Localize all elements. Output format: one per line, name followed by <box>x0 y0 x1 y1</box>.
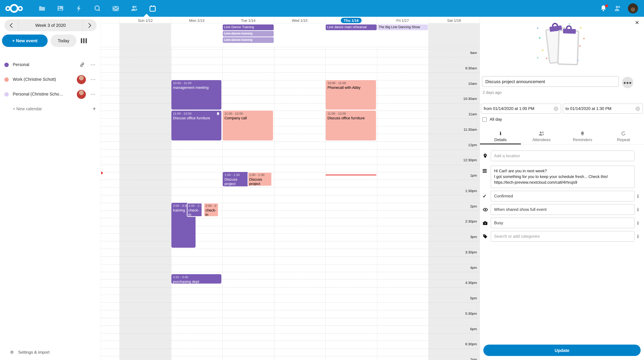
day-header: Thu 1/16 <box>325 17 377 23</box>
info-icon[interactable]: i <box>634 234 641 239</box>
calendar-menu-icon[interactable]: ⋯ <box>90 63 96 66</box>
event-title: Company call <box>224 116 271 120</box>
settings-import-button[interactable]: ⚙ Settings & import <box>0 345 100 360</box>
update-button[interactable]: Update <box>483 345 641 356</box>
user-avatar[interactable] <box>628 3 638 13</box>
calendar-item-work-christine[interactable]: Work (Christine Schott) ⋯ <box>0 72 100 87</box>
shared-by-avatar <box>77 75 86 84</box>
week-view-toggle-icon[interactable] <box>81 38 87 43</box>
current-time-line <box>326 174 376 175</box>
calendar-menu-icon[interactable]: ⋯ <box>90 92 96 96</box>
start-date-value: from 01/14/2020 at 1:00 PM <box>484 106 534 111</box>
event-actions-menu-button[interactable]: ●●● <box>622 77 633 88</box>
event-time: 2:00 - 2:30 <box>206 204 217 208</box>
event-block[interactable]: 10:00 - 11:00Phonecall with Abby <box>326 80 376 110</box>
calendar-color-dot <box>4 77 9 82</box>
today-button[interactable]: Today <box>51 34 76 47</box>
tab-attendees[interactable]: Attendees <box>521 129 562 144</box>
calendar-item-personal[interactable]: Personal ⋯ <box>0 57 100 72</box>
event-block[interactable]: 11:00 - 12:00Company call <box>223 111 273 140</box>
event-block[interactable]: 2:00 - 2:30check-in <box>204 203 219 217</box>
event-block[interactable]: 11:00 - 12:00Discuss office furniture <box>326 111 376 140</box>
info-icon[interactable]: i <box>634 221 641 226</box>
all-day-toggle-row: All day <box>482 117 644 122</box>
categories-row: i <box>483 231 641 242</box>
photos-icon[interactable] <box>57 5 64 12</box>
event-time: 11:00 - 12:00 <box>224 112 271 116</box>
event-title-input[interactable] <box>482 76 619 87</box>
contacts-icon[interactable] <box>130 5 138 12</box>
event-time: 10:00 - 11:00 <box>173 81 220 85</box>
all-day-checkbox[interactable] <box>482 117 487 121</box>
week-label[interactable]: Week 3 of 2020 <box>18 23 82 28</box>
time-grid: 9am9:30am10am10:30am11am11:30am12pm12:30… <box>101 47 480 360</box>
shared-by-avatar <box>77 90 86 99</box>
status-select[interactable]: Confirmed <box>491 191 634 202</box>
location-input[interactable] <box>491 151 634 161</box>
calendar-menu-icon[interactable]: ⋯ <box>90 78 96 81</box>
calendar-week-view: Sun 1/12Mon 1/13Tue 1/14Wed 1/15Thu 1/16… <box>100 17 480 360</box>
tag-icon <box>483 234 491 239</box>
mail-icon[interactable] <box>112 5 120 12</box>
all-day-event-chip[interactable]: Line Dance Training <box>223 24 274 30</box>
all-day-event-chip[interactable]: Line dance main rehearsal <box>326 24 377 30</box>
info-icon[interactable]: i <box>634 207 641 212</box>
tab-reminders[interactable]: Reminders <box>562 129 603 144</box>
calendar-item-personal-christine[interactable]: Personal (Christine Scho… ⋯ <box>0 87 100 102</box>
event-title: check-in <box>206 208 217 217</box>
categories-input[interactable] <box>491 231 634 242</box>
location-field <box>491 150 634 161</box>
location-pin-icon <box>483 153 491 159</box>
day-header-label: Sun 1/12 <box>138 18 152 22</box>
previous-week-button[interactable] <box>4 19 18 31</box>
freebusy-select[interactable]: Busy <box>491 218 634 228</box>
activity-icon[interactable] <box>75 5 82 12</box>
event-time: 1:00 - 1:30 <box>249 173 270 177</box>
date-range-row: from 01/14/2020 at 1:00 PM to 01/14/2020… <box>481 104 643 114</box>
new-calendar-button[interactable]: + New calendar + <box>0 102 100 116</box>
day-header-label: Mon 1/13 <box>189 18 204 22</box>
all-day-event-chip[interactable]: Line dance training <box>223 37 274 43</box>
event-block[interactable]: 2:00 - 2:30check-in <box>187 203 202 217</box>
app-menu <box>38 5 156 12</box>
all-day-event-chip[interactable]: Line dance training <box>223 31 274 36</box>
start-date-field[interactable]: from 01/14/2020 at 1:00 PM <box>481 104 561 114</box>
share-link-icon[interactable] <box>80 62 85 67</box>
event-block[interactable]: 1:00 - 1:30Discuss project <box>248 172 272 186</box>
talk-icon[interactable] <box>94 5 101 12</box>
end-date-field[interactable]: to 01/14/2020 at 1:30 PM <box>563 104 643 114</box>
day-header: Mon 1/13 <box>171 17 222 23</box>
calendar-name: Work (Christine Schott) <box>13 77 77 82</box>
event-block[interactable]: 10:00 - 11:00management meeting <box>171 80 221 110</box>
new-event-button[interactable]: + New event <box>2 34 48 47</box>
event-block[interactable]: 11:00 - 12:00Discuss office furniture <box>171 111 221 140</box>
tab-repeat[interactable]: Repeat <box>603 129 644 144</box>
next-week-button[interactable] <box>82 19 96 31</box>
visibility-select[interactable]: When shared show full event <box>491 204 634 215</box>
plus-icon[interactable]: + <box>92 106 96 112</box>
tab-details[interactable]: i Details <box>480 129 521 144</box>
contacts-menu-icon[interactable] <box>614 5 621 12</box>
day-header: Fri 1/17 <box>377 17 428 23</box>
repeat-icon <box>621 131 626 136</box>
day-header-row: Sun 1/12Mon 1/13Tue 1/14Wed 1/15Thu 1/16… <box>101 17 480 24</box>
event-title: Discuss project <box>249 177 270 186</box>
events-layer: 10:00 - 11:00management meeting11:00 - 1… <box>101 47 480 360</box>
info-icon[interactable]: i <box>634 194 641 199</box>
event-title: management meeting <box>173 85 220 90</box>
close-icon[interactable]: ✕ <box>635 20 639 25</box>
files-icon[interactable] <box>38 5 46 12</box>
nextcloud-logo[interactable] <box>5 4 23 13</box>
attendees-icon <box>539 131 544 136</box>
spacer-dot <box>4 107 9 111</box>
all-day-event-chip[interactable]: The Big Line Dancing Show <box>377 24 428 30</box>
timezone-globe-icon[interactable] <box>554 106 558 111</box>
new-calendar-label: + New calendar <box>13 107 92 111</box>
last-modified-label: 2 days ago <box>483 90 644 94</box>
timezone-globe-icon[interactable] <box>635 106 640 111</box>
event-block[interactable]: 1:00 - 1:30Discuss project announcement <box>223 172 248 186</box>
description-textarea[interactable]: Hi Carl! are you in next week? I got som… <box>494 166 631 188</box>
event-block[interactable]: 4:20 - 4:40purchasing dept <box>171 274 221 283</box>
notifications-bell-icon[interactable] <box>600 5 607 12</box>
calendar-icon[interactable] <box>149 5 156 12</box>
